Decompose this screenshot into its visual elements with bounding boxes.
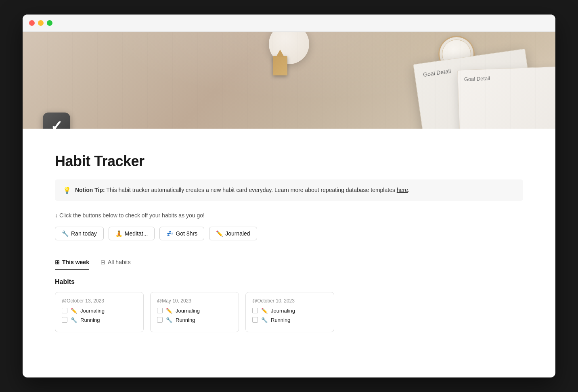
this-week-label: This week bbox=[62, 259, 89, 265]
tip-box: 💡 Notion Tip: This habit tracker automat… bbox=[55, 179, 523, 201]
sleep-button[interactable]: 💤 Got 8hrs bbox=[159, 227, 204, 240]
journaling-checkbox-3[interactable] bbox=[252, 308, 258, 313]
habits-section-title: Habits bbox=[55, 278, 523, 286]
journaling-checkbox-2[interactable] bbox=[157, 308, 163, 313]
tab-this-week[interactable]: ⊞ This week bbox=[55, 255, 89, 270]
notebook2-decoration bbox=[457, 67, 555, 129]
meditate-button[interactable]: 🧘 Meditat... bbox=[109, 227, 155, 240]
journaling-label-3: Journaling bbox=[271, 308, 295, 314]
minimize-button[interactable] bbox=[38, 20, 44, 26]
cards-grid: @October 13, 2023 ✏️ Journaling 🔧 Runnin… bbox=[55, 292, 523, 332]
tip-text: Notion Tip: This habit tracker automatic… bbox=[75, 186, 410, 194]
journaling-icon-1: ✏️ bbox=[71, 308, 77, 314]
card-2-journaling-row: ✏️ Journaling bbox=[157, 308, 232, 314]
journaled-button[interactable]: ✏️ Journaled bbox=[209, 227, 257, 240]
running-checkbox-3[interactable] bbox=[252, 317, 258, 323]
running-checkbox-1[interactable] bbox=[62, 317, 67, 323]
close-button[interactable] bbox=[29, 20, 35, 26]
this-week-icon: ⊞ bbox=[55, 259, 60, 265]
tip-end: . bbox=[408, 187, 410, 193]
tip-bold: Notion Tip: bbox=[75, 187, 105, 193]
tip-icon: 💡 bbox=[63, 186, 71, 194]
card-1-journaling-row: ✏️ Journaling bbox=[62, 308, 137, 314]
app-icon bbox=[43, 113, 70, 129]
tab-all-habits[interactable]: ⊟ All habits bbox=[101, 255, 131, 270]
title-bar bbox=[23, 15, 555, 32]
ran-icon: 🔧 bbox=[62, 230, 69, 237]
journaling-label-1: Journaling bbox=[80, 308, 105, 314]
tabs: ⊞ This week ⊟ All habits bbox=[55, 255, 523, 270]
maximize-button[interactable] bbox=[47, 20, 52, 26]
journaling-icon-2: ✏️ bbox=[166, 308, 172, 314]
hero-banner bbox=[23, 32, 555, 129]
all-habits-icon: ⊟ bbox=[101, 259, 105, 265]
tip-link[interactable]: here bbox=[397, 187, 408, 193]
card-3-running-row: 🔧 Running bbox=[252, 317, 327, 323]
window-content: Habit Tracker 💡 Notion Tip: This habit t… bbox=[23, 32, 555, 377]
running-icon-3: 🔧 bbox=[261, 317, 268, 323]
sleep-label: Got 8hrs bbox=[176, 230, 197, 237]
journaling-icon-3: ✏️ bbox=[261, 308, 268, 314]
notebook-decoration bbox=[413, 48, 536, 129]
running-checkbox-2[interactable] bbox=[157, 317, 163, 323]
card-date-3: @October 10, 2023 bbox=[252, 298, 327, 304]
ran-label: Ran today bbox=[71, 230, 97, 237]
card-date-1: @October 13, 2023 bbox=[62, 298, 137, 304]
journaling-label-2: Journaling bbox=[176, 308, 200, 314]
traffic-lights bbox=[29, 20, 52, 26]
habit-card-2: @May 10, 2023 ✏️ Journaling 🔧 Running bbox=[150, 292, 239, 332]
instruction-text: ↓ Click the buttons below to check off y… bbox=[55, 212, 523, 219]
journaled-label: Journaled bbox=[225, 230, 250, 237]
habit-card-1: @October 13, 2023 ✏️ Journaling 🔧 Runnin… bbox=[55, 292, 144, 332]
card-2-running-row: 🔧 Running bbox=[157, 317, 232, 323]
running-label-1: Running bbox=[80, 317, 100, 323]
card-date-2: @May 10, 2023 bbox=[157, 298, 232, 304]
meditate-label: Meditat... bbox=[125, 230, 148, 237]
journaling-checkbox-1[interactable] bbox=[62, 308, 67, 313]
watch-decoration bbox=[438, 36, 475, 72]
sleep-icon: 💤 bbox=[166, 230, 173, 237]
tip-body: This habit tracker automatically creates… bbox=[105, 187, 397, 193]
coffee-cup-decoration bbox=[269, 32, 309, 64]
page-body: Habit Tracker 💡 Notion Tip: This habit t… bbox=[23, 129, 555, 377]
ran-today-button[interactable]: 🔧 Ran today bbox=[55, 227, 104, 240]
habit-buttons: 🔧 Ran today 🧘 Meditat... 💤 Got 8hrs ✏️ J… bbox=[55, 227, 523, 240]
habit-card-3: @October 10, 2023 ✏️ Journaling 🔧 Runnin… bbox=[245, 292, 334, 332]
meditate-icon: 🧘 bbox=[115, 230, 122, 237]
running-icon-2: 🔧 bbox=[166, 317, 172, 323]
instruction-content: ↓ Click the buttons below to check off y… bbox=[55, 212, 205, 219]
all-habits-label: All habits bbox=[108, 259, 131, 265]
hero-decorations bbox=[23, 32, 555, 129]
running-label-3: Running bbox=[271, 317, 290, 323]
journaled-icon: ✏️ bbox=[216, 230, 223, 237]
app-window: Habit Tracker 💡 Notion Tip: This habit t… bbox=[23, 15, 555, 377]
card-1-running-row: 🔧 Running bbox=[62, 317, 137, 323]
page-title: Habit Tracker bbox=[55, 153, 523, 170]
running-label-2: Running bbox=[176, 317, 195, 323]
card-3-journaling-row: ✏️ Journaling bbox=[252, 308, 327, 314]
binder-clip-decoration bbox=[273, 56, 287, 75]
running-icon-1: 🔧 bbox=[71, 317, 77, 323]
